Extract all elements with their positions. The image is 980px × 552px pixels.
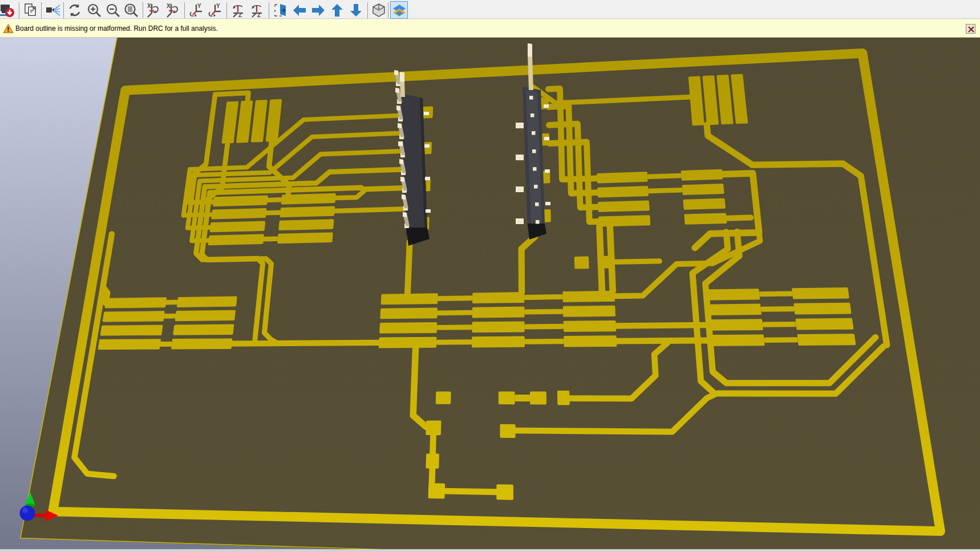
svg-text:X: X	[167, 3, 171, 9]
svg-text:Y: Y	[216, 3, 220, 9]
svg-text:Y: Y	[197, 3, 201, 9]
svg-text:X: X	[147, 3, 151, 9]
